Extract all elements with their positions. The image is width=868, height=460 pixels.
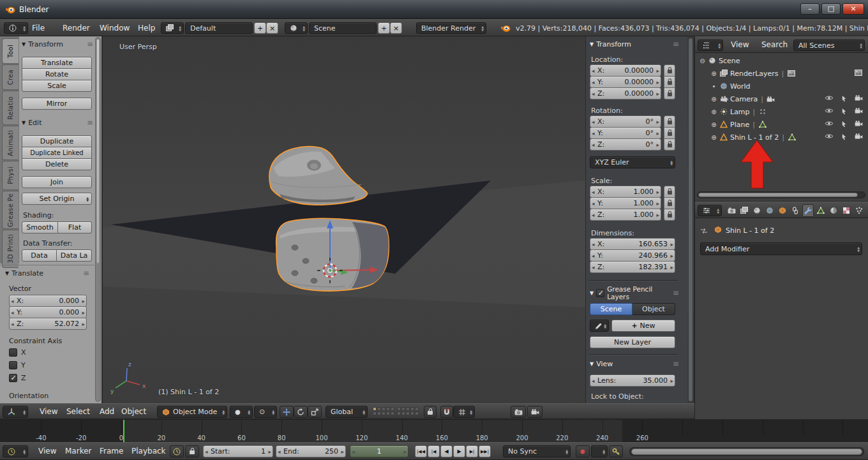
scale-y-field[interactable]: Y:1.000 [590,197,661,209]
tool-tab-animati[interactable]: Animati [2,126,19,160]
close-button[interactable]: × [842,3,864,15]
properties-tab-particles[interactable] [853,204,865,217]
constraint-axis-x-checkbox[interactable] [9,348,17,357]
translate-button[interactable]: Translate [22,57,92,69]
scale-button[interactable]: Scale [22,80,92,92]
menu-render[interactable]: Render [60,20,93,36]
disclosure-closed-icon[interactable]: ⊕ [710,134,717,141]
data-transfer-data-button[interactable]: Data [22,249,57,262]
lock-scale-z-button[interactable] [664,209,675,221]
layer-toggle-13[interactable] [406,407,410,411]
properties-tab-render-layers[interactable] [738,204,750,217]
view3d-editor-selector[interactable] [3,406,28,418]
disclosure-closed-icon[interactable]: ⊕ [710,121,717,128]
play-reverse-button[interactable]: ◀ [440,445,453,457]
gp-new-layer-button[interactable]: New Layer [590,336,675,348]
outliner-item-renderlayers[interactable]: ⊕RenderLayers| [695,67,868,80]
manipulator-translate-toggle[interactable] [280,406,294,418]
shade-smooth-button[interactable]: Smooth [22,221,58,234]
panel-grip-icon[interactable]: ≡ [673,359,679,368]
jump-to-end-button[interactable]: ▶▶| [479,445,491,457]
jump-prev-keyframe-button[interactable]: |◀ [428,445,440,457]
properties-tab-world[interactable] [764,204,775,217]
disclosure-open-icon[interactable]: ⊖ [699,57,706,64]
current-frame-line[interactable] [123,420,124,442]
sync-mode-select[interactable]: No Sync [503,445,571,457]
tool-tab-crea[interactable]: Crea [2,64,19,90]
dimensions-x-field[interactable]: X:160.653 [590,238,675,250]
layer-toggle-18[interactable] [406,412,410,415]
layer-toggle-14[interactable] [410,407,414,411]
properties-tab-texture[interactable] [841,204,852,217]
lens-field[interactable]: Lens:35.000 [590,375,675,387]
panel-header-translate[interactable]: ▼Translate≡ [5,269,89,278]
menu-file[interactable]: File [29,20,47,36]
scene-name-field[interactable]: Scene [309,22,377,34]
jump-next-keyframe-button[interactable]: ▶| [466,445,478,457]
screen-layout-browse-button[interactable] [161,22,184,34]
restrict-camera-toggle[interactable] [853,121,864,126]
outliner-horizontal-scrollbar[interactable] [697,191,865,198]
render-engine-select[interactable]: Blender Render [416,22,486,34]
panel-collapse-icon[interactable]: ▼ [5,271,9,276]
gp-source-scene-toggle[interactable]: Scene [590,303,632,315]
location-y-field[interactable]: Y:0.00000 [590,76,661,88]
view3d-menu-select[interactable]: Select [64,404,93,419]
outliner-menu-search[interactable]: Search [759,37,790,52]
join-button[interactable]: Join [22,176,92,188]
properties-tab-object[interactable] [777,204,788,217]
restrict-image-toggle[interactable] [853,70,864,76]
mesh-object-lower-selected[interactable] [276,218,389,291]
timeline-menu-playback[interactable]: Playback [129,443,168,459]
panel-grip-icon[interactable]: ≡ [87,40,93,48]
lock-time-toggle[interactable] [185,445,199,457]
tool-tab-physi[interactable]: Physi [2,161,19,190]
frame-start-field[interactable]: Start:1 [203,445,273,457]
properties-tab-modifiers[interactable] [802,204,814,217]
timeline-menu-marker[interactable]: Marker [63,443,94,459]
tool-tab-grease-pe[interactable]: Grease Pe [2,191,19,229]
restrict-camera-toggle[interactable] [853,133,864,139]
layer-toggle-16[interactable] [397,412,401,415]
layer-toggle-4[interactable] [386,407,390,411]
pivot-center-select[interactable]: ⊙ [254,406,277,418]
view3d-menu-object[interactable]: Object [119,404,149,419]
panel-grip-icon[interactable]: ≡ [673,288,679,297]
screen-layout-name-field[interactable]: Default [185,22,253,34]
vector-z-field[interactable]: Z:52.072 [9,318,87,330]
restrict-pointer-toggle[interactable] [839,121,849,128]
gp-source-object-toggle[interactable]: Object [632,303,675,315]
layer-toggle-8[interactable] [382,412,385,415]
info-editor-selector[interactable] [4,22,28,34]
outliner-item-plane[interactable]: ⊕Plane| [695,118,868,131]
gp-brush-dropdown[interactable] [590,320,609,332]
menu-window[interactable]: Window [97,20,132,36]
delete-scene-button[interactable]: × [390,22,402,34]
properties-tab-material[interactable] [828,204,839,217]
properties-tab-render[interactable] [726,204,737,217]
lock-scale-x-button[interactable] [664,186,675,198]
scene-browse-button[interactable] [285,22,308,34]
layer-toggle-12[interactable] [401,407,405,411]
duplicate-button[interactable]: Duplicate [22,135,92,147]
scrollbar-handle[interactable] [631,449,862,455]
timeline-menu-frame[interactable]: Frame [97,443,126,459]
frame-end-field[interactable]: End:250 [276,445,346,457]
tool-tab-3d-printi[interactable]: 3D Printi [2,230,19,268]
view3d-menu-add[interactable]: Add [97,404,117,419]
current-frame-field[interactable]: 1 [350,445,408,457]
restrict-camera-toggle[interactable] [853,108,864,114]
auto-keyframe-record-toggle[interactable] [576,445,590,457]
opengl-render-animation-button[interactable] [527,406,542,418]
shade-flat-button[interactable]: Flat [58,221,92,234]
disclosure-closed-icon[interactable]: ⊕ [710,70,717,77]
panel-collapse-icon[interactable]: ▼ [590,361,594,367]
mirror-button[interactable]: Mirror [22,98,92,110]
panel-collapse-icon[interactable]: ▼ [590,290,594,296]
properties-tab-constraints[interactable] [789,204,801,217]
layer-toggle-2[interactable] [377,407,381,411]
manipulator-scale-toggle[interactable] [308,406,322,418]
properties-tab-object-data[interactable] [815,204,827,217]
layer-toggle-6[interactable] [373,412,377,415]
gp-new-button[interactable]: +New [611,320,675,332]
